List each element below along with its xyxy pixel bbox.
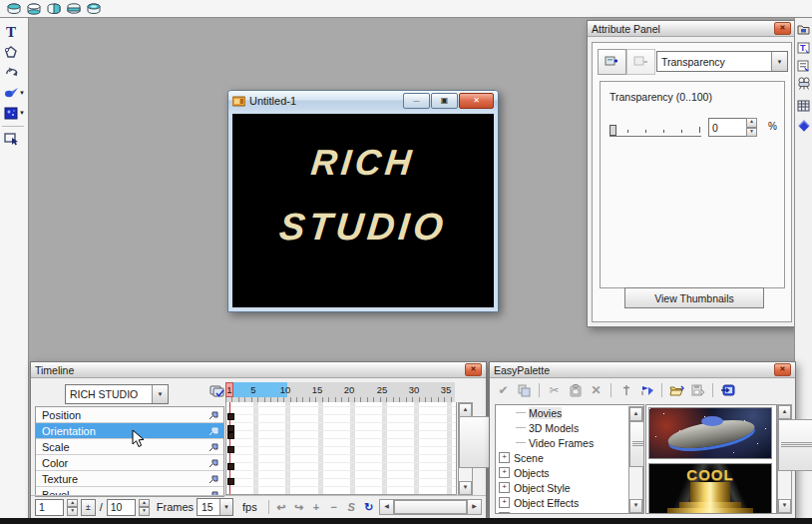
scroll-down-icon[interactable]: ▼ xyxy=(629,499,642,513)
pin-icon[interactable] xyxy=(208,410,220,420)
previous-keyframe-icon[interactable]: ↩ xyxy=(274,501,289,514)
image-folder-panel-icon[interactable] xyxy=(796,22,811,37)
minimize-button[interactable] xyxy=(403,93,430,109)
pin-icon[interactable] xyxy=(208,474,220,484)
expand-icon[interactable] xyxy=(499,482,510,493)
cut-icon[interactable]: ✂ xyxy=(546,382,563,398)
keyframe-grid[interactable] xyxy=(225,402,457,495)
tree-scrollbar[interactable]: ▲ ▼ xyxy=(628,406,643,514)
scroll-up-icon[interactable]: ▲ xyxy=(459,403,472,417)
pin-icon[interactable] xyxy=(208,426,220,436)
open-folder-icon[interactable] xyxy=(668,382,685,398)
next-keyframe-icon[interactable]: ↪ xyxy=(291,501,306,514)
remove-keyframe-icon[interactable]: − xyxy=(326,501,341,513)
copy-icon[interactable] xyxy=(516,382,533,398)
disc-icon-1[interactable] xyxy=(5,2,22,16)
dropdown-arrow-icon[interactable] xyxy=(219,499,232,515)
easypalette-titlebar[interactable]: EasyPalette xyxy=(490,362,795,378)
tree-item-scene[interactable]: Scene xyxy=(496,450,643,465)
document-titlebar[interactable]: Untitled-1 xyxy=(228,91,498,111)
delete-icon[interactable]: ✕ xyxy=(588,382,605,398)
tree-item-3d-models[interactable]: 3D Models xyxy=(496,420,643,435)
texture-tool[interactable] xyxy=(2,104,20,122)
dropdown-arrow-icon[interactable] xyxy=(152,385,168,403)
brush-tool[interactable] xyxy=(2,84,20,102)
attribute-select[interactable]: Transparency xyxy=(656,51,788,72)
tree-item-objects[interactable]: Objects xyxy=(496,465,643,480)
keyframe-marker[interactable] xyxy=(227,413,234,420)
remove-attribute-button[interactable] xyxy=(626,49,655,75)
timeline-titlebar[interactable]: Timeline xyxy=(31,362,486,378)
thumbnail-gold-trophy[interactable]: COOL xyxy=(648,463,772,514)
total-frames-spinner[interactable] xyxy=(139,499,150,516)
scrollbar-thumb[interactable] xyxy=(394,500,467,514)
easypalette-close-icon[interactable] xyxy=(774,363,791,376)
expand-icon[interactable] xyxy=(499,452,510,463)
disc-icon-3[interactable] xyxy=(45,2,62,16)
object-select[interactable]: RICH STUDIO xyxy=(65,384,169,404)
add-attribute-button[interactable] xyxy=(598,49,626,75)
disc-icon-4[interactable] xyxy=(65,2,82,16)
fps-select[interactable]: 15 xyxy=(197,498,233,516)
loop-icon[interactable]: ↻ xyxy=(361,501,376,514)
close-button[interactable] xyxy=(459,93,494,109)
brush-tool-dropdown-icon[interactable]: ▼ xyxy=(19,90,25,96)
object-manager-panel-icon[interactable] xyxy=(796,58,811,73)
timeline-vertical-scrollbar[interactable]: ▲ ▼ xyxy=(458,402,473,496)
tree-item-text-effects[interactable]: Text Effects xyxy=(496,510,643,514)
timeline-close-icon[interactable] xyxy=(465,363,482,376)
attribute-pointer-icon[interactable] xyxy=(796,118,811,133)
current-frame-field[interactable]: 1 xyxy=(35,499,64,516)
maximize-button[interactable] xyxy=(431,93,458,109)
paste-icon[interactable] xyxy=(567,382,584,398)
view-thumbnails-button[interactable]: View Thumbnails xyxy=(624,287,764,308)
timeline-ruler[interactable]: 1 5 10 15 20 25 30 35 xyxy=(225,382,455,403)
keyframe-marker[interactable] xyxy=(227,425,234,432)
projector-preview-icon[interactable] xyxy=(796,76,811,91)
grid-panel-icon[interactable] xyxy=(796,98,811,113)
thumbnail-scrollbar[interactable]: ▲ ▼ xyxy=(777,404,792,514)
scroll-up-icon[interactable]: ▲ xyxy=(778,405,791,419)
curve-icon[interactable]: S xyxy=(344,501,359,513)
tack-icon[interactable] xyxy=(617,382,634,398)
tree-item-movies[interactable]: Movies xyxy=(496,405,643,420)
expand-icon[interactable] xyxy=(499,497,510,508)
scroll-up-icon[interactable]: ▲ xyxy=(629,407,642,421)
dropdown-arrow-icon[interactable] xyxy=(771,52,787,71)
apply-check-icon[interactable]: ✔ xyxy=(495,382,512,398)
keyframe-marker[interactable] xyxy=(227,446,234,453)
save-icon[interactable] xyxy=(689,382,706,398)
track-color[interactable]: Color xyxy=(36,455,223,471)
text-attributes-panel-icon[interactable]: T xyxy=(796,40,811,55)
scroll-down-icon[interactable]: ▼ xyxy=(459,481,472,495)
scrollbar-thumb[interactable] xyxy=(778,419,812,471)
keyframe-marker[interactable] xyxy=(227,463,234,470)
slider-thumb[interactable] xyxy=(609,125,616,136)
tree-item-object-style[interactable]: Object Style xyxy=(496,480,643,495)
total-frames-field[interactable]: 10 xyxy=(107,499,136,516)
track-scale[interactable]: Scale xyxy=(36,439,223,455)
keyframe-marker[interactable] xyxy=(227,432,234,439)
blue-flag-icon[interactable] xyxy=(638,382,655,398)
tree-item-object-effects[interactable]: Object Effects xyxy=(496,495,643,510)
thumbnail-spaceship[interactable] xyxy=(648,407,772,459)
pin-icon[interactable] xyxy=(208,442,220,452)
track-texture[interactable]: Texture xyxy=(36,471,223,487)
scroll-left-icon[interactable]: ◀ xyxy=(380,500,394,514)
scroll-right-icon[interactable]: ▶ xyxy=(467,500,481,514)
track-orientation[interactable]: Orientation xyxy=(36,423,223,439)
current-frame-spinner[interactable] xyxy=(67,499,78,516)
attribute-panel-close-icon[interactable] xyxy=(774,22,791,35)
import-box-icon[interactable] xyxy=(719,382,736,398)
scroll-down-icon[interactable]: ▼ xyxy=(778,499,791,513)
design-canvas[interactable]: RICH STUDIO xyxy=(232,114,494,307)
disc-icon-5[interactable] xyxy=(85,2,102,16)
scrollbar-thumb[interactable] xyxy=(629,421,644,467)
toggle-button[interactable]: ± xyxy=(81,499,96,516)
expand-icon[interactable] xyxy=(499,512,510,514)
transparency-slider[interactable] xyxy=(609,122,701,137)
pin-icon[interactable] xyxy=(208,458,220,468)
keyframe-marker[interactable] xyxy=(227,478,234,485)
shape-tool[interactable] xyxy=(2,43,20,61)
rotate-tool[interactable] xyxy=(2,63,20,81)
